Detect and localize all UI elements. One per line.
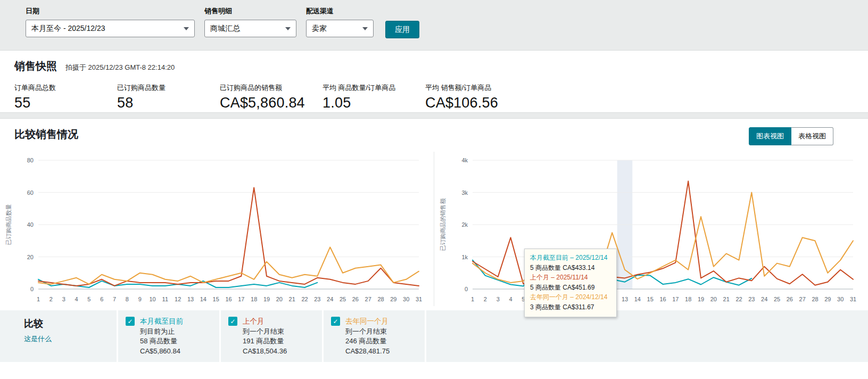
- units-ordered-chart[interactable]: 0204060801234567891011121314151617181920…: [0, 152, 434, 306]
- legend-units: 191 商品数量: [243, 336, 287, 347]
- svg-text:80: 80: [27, 157, 34, 163]
- svg-text:13: 13: [187, 296, 194, 302]
- svg-text:18: 18: [251, 296, 257, 302]
- legend-items: ✓本月截至目前到目前为止58 商品数量CA$5,860.84✓上个月到一个月结束…: [117, 310, 426, 362]
- svg-text:14: 14: [634, 296, 641, 302]
- svg-text:3k: 3k: [461, 190, 468, 196]
- legend-filler: [426, 310, 868, 362]
- svg-text:23: 23: [314, 296, 320, 302]
- svg-text:已订购商品数量: 已订购商品数量: [5, 204, 12, 245]
- tooltip-series-value-1: 5 商品数量 CA$451.69: [530, 283, 611, 293]
- metric-0: 订单商品总数55: [14, 83, 117, 111]
- svg-text:9: 9: [138, 296, 142, 302]
- metric-value: 55: [14, 95, 117, 111]
- svg-text:29: 29: [824, 296, 831, 302]
- compare-legend-bar: 比较 这是什么 ✓本月截至目前到目前为止58 商品数量CA$5,860.84✓上…: [0, 310, 868, 362]
- svg-text:0: 0: [465, 286, 468, 292]
- metric-value: 1.05: [323, 95, 425, 111]
- chart-tooltip: 本月截至目前 – 2025/12/145 商品数量 CA$433.14上个月 –…: [524, 249, 617, 317]
- svg-text:27: 27: [365, 296, 371, 302]
- svg-text:16: 16: [225, 296, 232, 302]
- svg-text:2: 2: [484, 296, 487, 302]
- sales-breakdown-select[interactable]: 商城汇总: [204, 20, 296, 37]
- legend-item-1: ✓上个月到一个月结束191 商品数量CA$18,504.36: [221, 310, 322, 362]
- chevron-down-icon: [184, 27, 189, 30]
- svg-text:60: 60: [27, 190, 34, 196]
- legend-heading: 比较: [24, 317, 117, 330]
- channel-filter-label: 配送渠道: [306, 6, 374, 16]
- svg-text:21: 21: [723, 296, 730, 302]
- svg-text:10: 10: [149, 296, 155, 302]
- svg-text:19: 19: [263, 296, 270, 302]
- svg-text:25: 25: [774, 296, 780, 302]
- svg-text:3: 3: [497, 296, 500, 302]
- metrics-row: 订单商品总数55已订购商品数量58已订购商品的销售额CA$5,860.84平均 …: [14, 83, 868, 111]
- breakdown-filter-group: 销售明细 商城汇总: [204, 6, 296, 37]
- channel-filter-group: 配送渠道 卖家: [306, 6, 374, 37]
- metric-value: CA$5,860.84: [220, 95, 323, 111]
- svg-text:14: 14: [200, 296, 206, 302]
- metric-3: 平均 商品数量/订单商品1.05: [323, 83, 425, 111]
- svg-text:4: 4: [509, 296, 512, 302]
- svg-text:18: 18: [685, 296, 691, 302]
- metric-1: 已订购商品数量58: [117, 83, 220, 111]
- svg-text:31: 31: [850, 296, 856, 302]
- svg-text:24: 24: [327, 296, 333, 302]
- legend-period: 到目前为止: [140, 327, 183, 337]
- units-ordered-chart-svg: 0204060801234567891011121314151617181920…: [0, 152, 434, 306]
- metric-label: 已订购商品的销售额: [220, 83, 323, 93]
- legend-checkbox-1[interactable]: ✓: [228, 317, 237, 326]
- fulfillment-channel-select[interactable]: 卖家: [306, 20, 374, 37]
- date-filter-group: 日期 本月至今 - 2025/12/23: [26, 6, 195, 37]
- svg-text:23: 23: [748, 296, 755, 302]
- legend-checkbox-0[interactable]: ✓: [126, 317, 135, 326]
- sales-snapshot-section: 销售快照 拍摄于 2025/12/23 GMT-8 22:14:20 订单商品总…: [0, 50, 868, 113]
- metric-2: 已订购商品的销售额CA$5,860.84: [220, 83, 323, 111]
- legend-series-name: 上个月: [243, 316, 287, 327]
- svg-text:27: 27: [799, 296, 806, 302]
- legend-item-text: 本月截至目前到目前为止58 商品数量CA$5,860.84: [140, 316, 183, 357]
- chevron-down-icon: [285, 27, 291, 30]
- whats-this-link[interactable]: 这是什么: [24, 334, 52, 344]
- svg-text:1: 1: [37, 296, 40, 302]
- tooltip-series-value-2: 3 商品数量 CA$311.67: [530, 302, 611, 312]
- svg-text:13: 13: [622, 296, 628, 302]
- svg-text:4k: 4k: [461, 157, 468, 163]
- svg-text:4: 4: [75, 296, 78, 302]
- svg-text:30: 30: [837, 296, 844, 302]
- svg-text:2: 2: [49, 296, 53, 302]
- svg-text:31: 31: [416, 296, 422, 302]
- fulfillment-channel-value: 卖家: [312, 24, 327, 34]
- chart-view-button[interactable]: 图表视图: [749, 127, 791, 145]
- svg-text:25: 25: [340, 296, 346, 302]
- svg-text:3: 3: [62, 296, 65, 302]
- legend-checkbox-2[interactable]: ✓: [331, 317, 340, 326]
- chevron-down-icon: [362, 27, 368, 30]
- breakdown-filter-label: 销售明细: [204, 6, 296, 16]
- svg-text:28: 28: [812, 296, 818, 302]
- compare-header: 比较销售情况 图表视图 表格视图: [0, 127, 868, 152]
- table-view-button[interactable]: 表格视图: [791, 127, 833, 145]
- svg-text:20: 20: [276, 296, 283, 302]
- svg-text:1: 1: [471, 296, 474, 302]
- snapshot-header: 销售快照 拍摄于 2025/12/23 GMT-8 22:14:20: [14, 59, 868, 73]
- compare-sales-section: 比较销售情况 图表视图 表格视图 02040608012345678910111…: [0, 118, 868, 379]
- compare-title: 比较销售情况: [14, 127, 78, 142]
- legend-sales: CA$5,860.84: [140, 347, 183, 357]
- metric-label: 平均 商品数量/订单商品: [323, 83, 425, 93]
- date-range-select[interactable]: 本月至今 - 2025/12/23: [26, 20, 195, 37]
- svg-text:20: 20: [710, 296, 717, 302]
- filter-bar: 日期 本月至今 - 2025/12/23 销售明细 商城汇总 配送渠道 卖家 应…: [0, 0, 868, 48]
- svg-text:29: 29: [390, 296, 396, 302]
- svg-text:30: 30: [403, 296, 409, 302]
- ordered-product-sales-chart-svg: 01k2k3k4k1234567891011121314151617181920…: [434, 152, 868, 306]
- svg-text:2k: 2k: [461, 221, 468, 228]
- svg-text:17: 17: [238, 296, 244, 302]
- svg-text:15: 15: [647, 296, 654, 302]
- legend-period: 到一个月结束: [243, 327, 287, 337]
- apply-button[interactable]: 应用: [385, 21, 419, 38]
- date-filter-label: 日期: [26, 6, 195, 16]
- sales-chart[interactable]: 01k2k3k4k1234567891011121314151617181920…: [434, 152, 868, 306]
- sales-breakdown-value: 商城汇总: [210, 24, 240, 34]
- metric-value: CA$106.56: [425, 95, 528, 111]
